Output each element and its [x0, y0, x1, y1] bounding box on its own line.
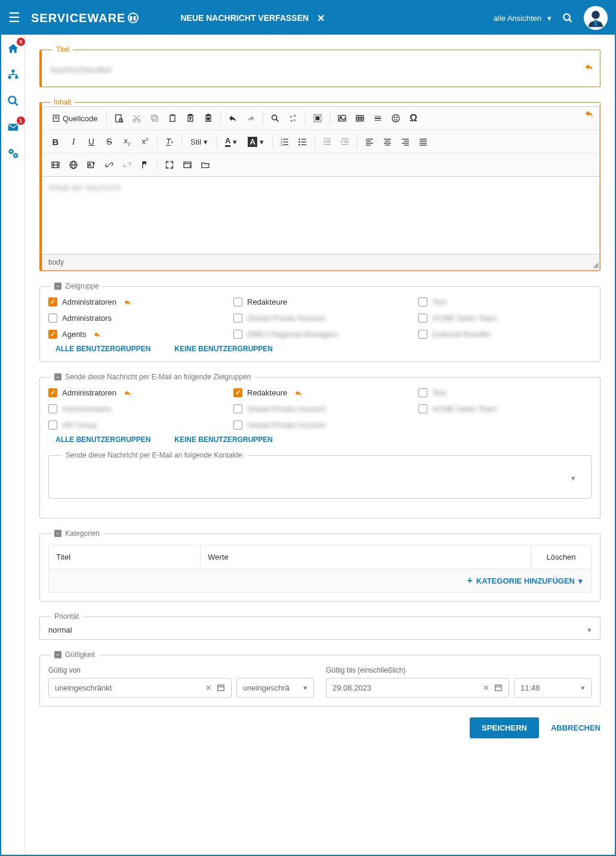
- sidebar-home-icon[interactable]: 3: [7, 42, 20, 55]
- special-char-icon[interactable]: Ω: [405, 111, 422, 126]
- image-icon[interactable]: [334, 111, 350, 126]
- search-icon[interactable]: [562, 13, 573, 23]
- align-center-icon[interactable]: [379, 134, 396, 149]
- checkbox[interactable]: [48, 404, 57, 413]
- align-justify-icon[interactable]: [415, 134, 432, 149]
- style-dropdown[interactable]: Stil ▾: [186, 137, 212, 146]
- folder-icon[interactable]: [197, 157, 214, 173]
- redo-icon[interactable]: [242, 111, 259, 126]
- contacts-dropdown[interactable]: ▾: [57, 467, 583, 490]
- collapse-icon[interactable]: −: [54, 651, 61, 658]
- targetgroup-legend[interactable]: −Zielgruppe: [51, 282, 103, 290]
- no-groups-link[interactable]: KEINE BENUTZERGRUPPEN: [174, 435, 273, 444]
- outdent-icon[interactable]: [319, 134, 335, 149]
- validity-legend[interactable]: −Gültigkeit: [51, 651, 98, 659]
- indent-icon[interactable]: [337, 134, 353, 149]
- checkbox[interactable]: [233, 404, 242, 413]
- globe-icon[interactable]: [65, 157, 82, 173]
- reply-icon[interactable]: [93, 330, 101, 339]
- checkbox[interactable]: [48, 421, 57, 429]
- cancel-button[interactable]: ABBRECHEN: [551, 723, 600, 732]
- checkbox[interactable]: [233, 388, 242, 397]
- checkbox[interactable]: [233, 314, 242, 323]
- valid-to-date-input[interactable]: 29.08.2023 ✕: [326, 678, 509, 698]
- collapse-icon[interactable]: −: [54, 283, 61, 290]
- checkbox[interactable]: [48, 388, 57, 397]
- align-right-icon[interactable]: [397, 134, 414, 149]
- content-reply-icon[interactable]: [584, 109, 594, 118]
- reply-icon[interactable]: [124, 298, 132, 306]
- checkbox[interactable]: [418, 297, 427, 306]
- subscript-icon[interactable]: x2: [119, 134, 135, 149]
- textcolor-dropdown[interactable]: A ▾: [220, 136, 242, 147]
- calendar-icon[interactable]: [494, 683, 503, 692]
- unlink-icon[interactable]: [119, 157, 135, 173]
- find-icon[interactable]: [267, 111, 284, 126]
- checkbox[interactable]: [418, 314, 427, 323]
- emoji-icon[interactable]: [387, 111, 404, 126]
- paste-word-icon[interactable]: W: [200, 111, 217, 126]
- link-icon[interactable]: [101, 157, 118, 173]
- preview-icon[interactable]: [110, 111, 127, 126]
- checkbox[interactable]: [48, 330, 57, 339]
- copy-icon[interactable]: [146, 111, 163, 126]
- checkbox[interactable]: [233, 297, 242, 306]
- clear-icon[interactable]: ✕: [483, 683, 489, 692]
- editor-textarea[interactable]: Inhalt der Nachricht: [42, 177, 600, 254]
- calendar-icon[interactable]: [217, 683, 225, 692]
- checkbox[interactable]: [233, 330, 242, 339]
- checkbox[interactable]: [418, 404, 427, 413]
- bold-icon[interactable]: B: [47, 134, 64, 149]
- cut-icon[interactable]: [128, 111, 145, 126]
- table-icon[interactable]: [352, 111, 368, 126]
- sidebar-settings-icon[interactable]: [7, 147, 20, 160]
- clear-icon[interactable]: ✕: [205, 683, 212, 692]
- paste-text-icon[interactable]: T: [182, 111, 199, 126]
- sidebar-mail-icon[interactable]: 1: [7, 121, 20, 134]
- underline-icon[interactable]: U: [83, 134, 100, 149]
- resize-handle-icon[interactable]: ◢: [593, 260, 598, 269]
- save-button[interactable]: SPEICHERN: [470, 717, 539, 738]
- removeformat-icon[interactable]: Tx: [161, 134, 178, 149]
- title-reply-icon[interactable]: [584, 62, 594, 72]
- reply-icon[interactable]: [294, 389, 303, 397]
- all-groups-link[interactable]: ALLE BENUTZERGRUPPEN: [56, 345, 150, 353]
- align-left-icon[interactable]: [361, 134, 378, 149]
- all-groups-link[interactable]: ALLE BENUTZERGRUPPEN: [56, 435, 150, 444]
- bullet-list-icon[interactable]: [294, 134, 311, 149]
- paste-icon[interactable]: [164, 111, 181, 126]
- valid-from-time-input[interactable]: uneingeschrä ▾: [236, 678, 314, 698]
- template-icon[interactable]: [179, 157, 196, 173]
- menu-icon[interactable]: ☰: [8, 10, 20, 26]
- strike-icon[interactable]: S: [101, 134, 118, 149]
- numbered-list-icon[interactable]: 123: [276, 134, 293, 149]
- views-dropdown[interactable]: alle Ansichten ▾: [494, 14, 552, 23]
- title-input[interactable]: [50, 61, 592, 78]
- maximize-icon[interactable]: [161, 157, 178, 173]
- sidebar-org-icon[interactable]: [7, 68, 20, 81]
- anchor-icon[interactable]: [137, 157, 153, 173]
- source-button[interactable]: Quellcode: [47, 114, 103, 123]
- add-category-button[interactable]: + KATEGORIE HINZUFÜGEN ▾: [467, 575, 583, 586]
- sidebar-search-icon[interactable]: [7, 94, 20, 108]
- checkbox[interactable]: [233, 421, 242, 429]
- checkbox[interactable]: [418, 330, 427, 339]
- priority-select[interactable]: normal ▾: [48, 623, 592, 637]
- avatar[interactable]: [584, 6, 608, 30]
- undo-icon[interactable]: [224, 111, 241, 126]
- replace-icon[interactable]: ab: [285, 111, 301, 126]
- selectall-icon[interactable]: [309, 111, 326, 126]
- valid-from-date-input[interactable]: uneingeschränkt ✕: [48, 678, 232, 698]
- bgcolor-dropdown[interactable]: A ▾: [243, 137, 268, 147]
- collapse-icon[interactable]: −: [54, 373, 61, 381]
- italic-icon[interactable]: I: [65, 134, 82, 149]
- valid-to-time-input[interactable]: 11:48 ▾: [514, 678, 592, 698]
- superscript-icon[interactable]: x2: [137, 134, 153, 149]
- categories-legend[interactable]: −Kategorien: [51, 529, 103, 538]
- checkbox[interactable]: [48, 314, 57, 323]
- collapse-icon[interactable]: −: [54, 530, 61, 537]
- checkbox[interactable]: [418, 388, 427, 397]
- checkbox[interactable]: [48, 297, 57, 306]
- no-groups-link[interactable]: KEINE BENUTZERGRUPPEN: [174, 345, 273, 353]
- hr-icon[interactable]: [369, 111, 386, 126]
